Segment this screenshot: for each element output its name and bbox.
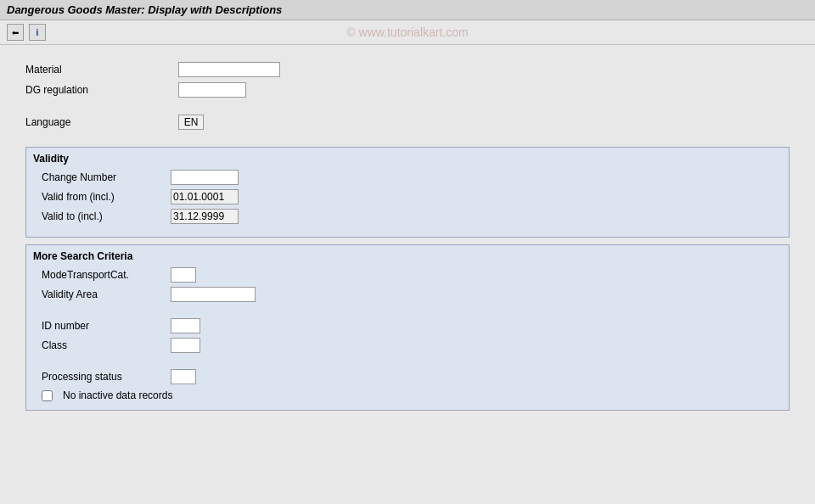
page-title: Dangerous Goods Master: Display with Des… <box>7 3 282 16</box>
dg-regulation-label: DG regulation <box>25 84 178 96</box>
more-search-section: More Search Criteria ModeTransportCat. V… <box>25 244 790 411</box>
id-number-input[interactable] <box>171 318 200 333</box>
change-number-label: Change Number <box>35 171 171 183</box>
mode-transport-input[interactable] <box>171 267 196 283</box>
change-number-row: Change Number <box>35 170 780 185</box>
processing-status-row: Processing status <box>35 369 780 384</box>
validity-section: Validity Change Number Valid from (incl.… <box>25 147 790 238</box>
language-row: Language <box>25 115 790 130</box>
class-label: Class <box>35 339 171 351</box>
title-bar: Dangerous Goods Master: Display with Des… <box>0 0 815 20</box>
valid-to-row: Valid to (incl.) <box>35 209 780 224</box>
change-number-input[interactable] <box>171 170 239 185</box>
main-content: Material DG regulation Language Validity… <box>0 45 815 434</box>
material-row: Material <box>25 62 790 77</box>
dg-regulation-input[interactable] <box>178 82 246 98</box>
class-row: Class <box>35 338 780 353</box>
toolbar: ⬅ i © www.tutorialkart.com <box>0 20 815 45</box>
valid-from-label: Valid from (incl.) <box>35 191 171 203</box>
class-input[interactable] <box>171 338 200 353</box>
language-input[interactable] <box>178 115 204 130</box>
id-number-label: ID number <box>35 320 171 332</box>
dg-regulation-row: DG regulation <box>25 82 790 98</box>
material-label: Material <box>25 64 178 76</box>
valid-from-input[interactable] <box>171 189 239 204</box>
validity-area-input[interactable] <box>171 287 256 302</box>
valid-to-label: Valid to (incl.) <box>35 210 171 222</box>
processing-status-input[interactable] <box>171 369 196 384</box>
watermark: © www.tutorialkart.com <box>346 25 468 39</box>
info-icon[interactable]: i <box>29 24 46 41</box>
validity-area-label: Validity Area <box>35 288 171 300</box>
id-number-row: ID number <box>35 318 780 333</box>
processing-status-label: Processing status <box>35 371 171 383</box>
mode-transport-row: ModeTransportCat. <box>35 267 780 283</box>
validity-area-row: Validity Area <box>35 287 780 302</box>
valid-to-input[interactable] <box>171 209 239 224</box>
mode-transport-label: ModeTransportCat. <box>35 269 171 281</box>
no-inactive-label: No inactive data records <box>56 389 172 401</box>
valid-from-row: Valid from (incl.) <box>35 189 780 204</box>
language-label: Language <box>25 116 178 128</box>
validity-section-title: Validity <box>33 153 780 165</box>
no-inactive-row: No inactive data records <box>35 389 780 401</box>
more-search-section-title: More Search Criteria <box>33 250 780 262</box>
material-input[interactable] <box>178 62 280 77</box>
back-icon[interactable]: ⬅ <box>7 24 24 41</box>
no-inactive-checkbox[interactable] <box>42 390 53 401</box>
